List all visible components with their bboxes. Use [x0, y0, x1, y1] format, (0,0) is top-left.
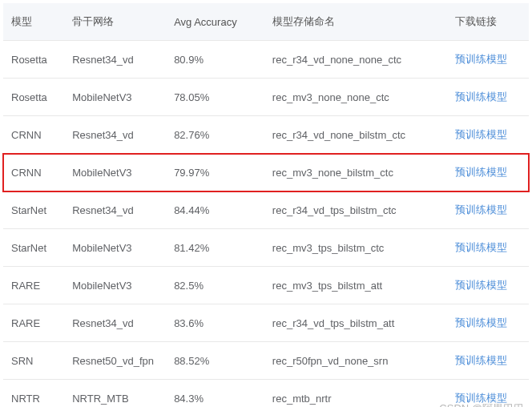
cell-storage: rec_r34_vd_none_bilstm_ctc — [264, 116, 448, 154]
cell-link: 预训练模型 — [447, 380, 529, 408]
download-link[interactable]: 预训练模型 — [455, 91, 507, 103]
cell-model: CRNN — [3, 116, 64, 154]
table-row: RosettaResnet34_vd80.9%rec_r34_vd_none_n… — [3, 41, 529, 79]
cell-accuracy: 82.5% — [166, 267, 264, 304]
cell-storage: rec_r34_vd_tps_bilstm_att — [264, 304, 448, 342]
table-row: CRNNResnet34_vd82.76%rec_r34_vd_none_bil… — [3, 116, 529, 154]
cell-link: 预训练模型 — [447, 229, 529, 267]
download-link[interactable]: 预训练模型 — [455, 241, 507, 253]
cell-backbone: Resnet50_vd_fpn — [64, 342, 166, 380]
cell-storage: rec_mv3_tps_bilstm_ctc — [264, 229, 448, 267]
table-row: RAREMobileNetV382.5%rec_mv3_tps_bilstm_a… — [3, 267, 529, 304]
cell-accuracy: 84.44% — [166, 191, 264, 229]
download-link[interactable]: 预训练模型 — [455, 354, 507, 366]
cell-link: 预训练模型 — [447, 79, 529, 116]
cell-link: 预训练模型 — [447, 154, 529, 191]
cell-link: 预训练模型 — [447, 267, 529, 304]
cell-accuracy: 81.42% — [166, 229, 264, 267]
table-header-row: 模型 骨干网络 Avg Accuracy 模型存储命名 下载链接 — [3, 3, 529, 41]
model-table: 模型 骨干网络 Avg Accuracy 模型存储命名 下载链接 Rosetta… — [3, 3, 529, 407]
table-row: CRNNMobileNetV379.97%rec_mv3_none_bilstm… — [3, 154, 529, 191]
cell-accuracy: 88.52% — [166, 342, 264, 380]
cell-storage: rec_r34_vd_tps_bilstm_ctc — [264, 191, 448, 229]
cell-link: 预训练模型 — [447, 342, 529, 380]
table-row: RosettaMobileNetV378.05%rec_mv3_none_non… — [3, 79, 529, 116]
cell-accuracy: 80.9% — [166, 41, 264, 79]
cell-accuracy: 79.97% — [166, 154, 264, 191]
cell-storage: rec_mv3_none_none_ctc — [264, 79, 448, 116]
cell-backbone: MobileNetV3 — [64, 154, 166, 191]
cell-model: Rosetta — [3, 79, 64, 116]
cell-model: StarNet — [3, 191, 64, 229]
cell-backbone: Resnet34_vd — [64, 41, 166, 79]
cell-link: 预训练模型 — [447, 191, 529, 229]
table-row: StarNetMobileNetV381.42%rec_mv3_tps_bils… — [3, 229, 529, 267]
cell-accuracy: 82.76% — [166, 116, 264, 154]
cell-model: CRNN — [3, 154, 64, 191]
header-model: 模型 — [3, 3, 64, 41]
header-storage: 模型存储命名 — [264, 3, 448, 41]
cell-backbone: Resnet34_vd — [64, 304, 166, 342]
cell-model: StarNet — [3, 229, 64, 267]
download-link[interactable]: 预训练模型 — [455, 279, 507, 291]
cell-model: RARE — [3, 304, 64, 342]
cell-accuracy: 78.05% — [166, 79, 264, 116]
cell-link: 预训练模型 — [447, 41, 529, 79]
cell-model: NRTR — [3, 380, 64, 408]
cell-backbone: Resnet34_vd — [64, 116, 166, 154]
cell-storage: rec_r50fpn_vd_none_srn — [264, 342, 448, 380]
cell-storage: rec_mv3_tps_bilstm_att — [264, 267, 448, 304]
cell-storage: rec_r34_vd_none_none_ctc — [264, 41, 448, 79]
table-row: RAREResnet34_vd83.6%rec_r34_vd_tps_bilst… — [3, 304, 529, 342]
cell-backbone: Resnet34_vd — [64, 191, 166, 229]
cell-backbone: MobileNetV3 — [64, 267, 166, 304]
cell-storage: rec_mtb_nrtr — [264, 380, 448, 408]
table-row: StarNetResnet34_vd84.44%rec_r34_vd_tps_b… — [3, 191, 529, 229]
cell-backbone: MobileNetV3 — [64, 79, 166, 116]
cell-accuracy: 83.6% — [166, 304, 264, 342]
cell-model: Rosetta — [3, 41, 64, 79]
cell-link: 预训练模型 — [447, 116, 529, 154]
header-link: 下载链接 — [447, 3, 529, 41]
download-link[interactable]: 预训练模型 — [455, 316, 507, 328]
header-backbone: 骨干网络 — [64, 3, 166, 41]
download-link[interactable]: 预训练模型 — [455, 166, 507, 178]
table-row: SRNResnet50_vd_fpn88.52%rec_r50fpn_vd_no… — [3, 342, 529, 380]
download-link[interactable]: 预训练模型 — [455, 53, 507, 65]
table-row: NRTRNRTR_MTB84.3%rec_mtb_nrtr预训练模型 — [3, 380, 529, 408]
cell-link: 预训练模型 — [447, 304, 529, 342]
header-accuracy: Avg Accuracy — [166, 3, 264, 41]
cell-backbone: NRTR_MTB — [64, 380, 166, 408]
download-link[interactable]: 预训练模型 — [455, 392, 507, 404]
cell-accuracy: 84.3% — [166, 380, 264, 408]
cell-backbone: MobileNetV3 — [64, 229, 166, 267]
cell-model: RARE — [3, 267, 64, 304]
download-link[interactable]: 预训练模型 — [455, 204, 507, 216]
cell-model: SRN — [3, 342, 64, 380]
download-link[interactable]: 预训练模型 — [455, 128, 507, 140]
cell-storage: rec_mv3_none_bilstm_ctc — [264, 154, 448, 191]
